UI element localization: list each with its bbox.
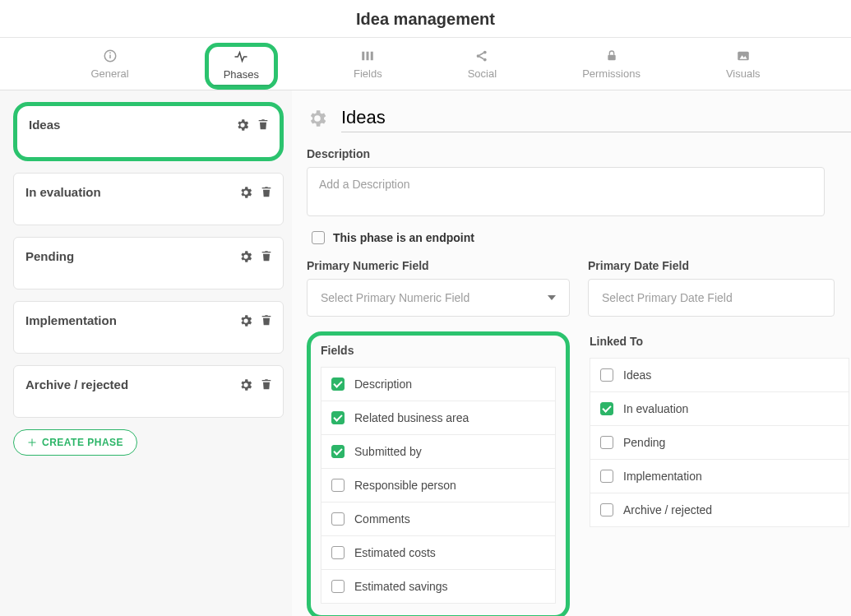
field-item-label: Comments [354, 512, 410, 526]
info-icon [103, 48, 118, 64]
checkbox-icon[interactable] [331, 445, 345, 458]
fields-title: Fields [321, 344, 556, 357]
page-title: Idea management [0, 0, 851, 37]
gear-icon[interactable] [238, 185, 253, 200]
checkbox-icon[interactable] [331, 377, 345, 391]
linked-item-label: In evaluation [623, 402, 688, 415]
linked-item-label: Archive / rejected [623, 503, 712, 516]
phase-card-archive-rejected[interactable]: Archive / rejected [13, 365, 284, 418]
linked-item-row[interactable]: Implementation [590, 460, 849, 493]
share-icon [474, 48, 489, 64]
linked-item-label: Implementation [623, 470, 702, 483]
phase-card-ideas[interactable]: Ideas [13, 102, 284, 161]
linked-item-label: Pending [623, 436, 665, 449]
phase-card-in-evaluation[interactable]: In evaluation [13, 173, 284, 225]
checkbox-icon[interactable] [600, 402, 613, 415]
field-item-label: Responsible person [354, 479, 456, 492]
field-item-label: Submitted by [354, 445, 422, 458]
phase-label: In evaluation [25, 185, 101, 199]
gear-icon[interactable] [238, 377, 253, 392]
plus-icon [27, 438, 37, 447]
primary-numeric-select[interactable]: Select Primary Numeric Field [307, 279, 570, 317]
phases-sidebar: Ideas In evaluation Pe [0, 90, 292, 616]
gear-icon[interactable] [235, 118, 250, 132]
description-label: Description [307, 147, 851, 160]
linked-item-row[interactable]: Pending [590, 426, 849, 460]
primary-date-label: Primary Date Field [588, 259, 835, 272]
field-item-label: Related business area [354, 411, 469, 424]
tab-label: Phases [224, 68, 259, 81]
svg-rect-4 [367, 52, 369, 61]
activity-icon [233, 49, 249, 65]
tab-social[interactable]: Social [458, 43, 506, 90]
field-item-row[interactable]: Description [321, 367, 556, 401]
phase-label: Pending [25, 249, 74, 263]
endpoint-checkbox-row[interactable]: This phase is an endpoint [312, 231, 851, 244]
checkbox-icon[interactable] [331, 546, 345, 559]
checkbox-icon[interactable] [600, 436, 613, 449]
primary-date-select[interactable]: Select Primary Date Field [588, 279, 835, 317]
trash-icon[interactable] [257, 118, 270, 132]
field-item-row[interactable]: Comments [321, 503, 556, 536]
phase-label: Ideas [29, 118, 60, 132]
field-item-row[interactable]: Estimated savings [321, 570, 556, 604]
create-phase-label: CREATE PHASE [42, 437, 123, 448]
select-placeholder: Select Primary Numeric Field [321, 291, 469, 304]
tab-phases[interactable]: Phases [205, 43, 278, 90]
linked-item-row[interactable]: Archive / rejected [590, 493, 849, 527]
phase-name-input[interactable] [341, 104, 851, 132]
trash-icon[interactable] [260, 377, 273, 392]
main-panel: Description Add a Description This phase… [292, 90, 851, 616]
field-item-label: Estimated costs [354, 546, 436, 559]
linked-item-row[interactable]: Ideas [590, 358, 849, 392]
tab-general[interactable]: General [81, 43, 138, 90]
tab-permissions[interactable]: Permissions [572, 43, 650, 90]
checkbox-icon[interactable] [331, 512, 345, 526]
select-placeholder: Select Primary Date Field [602, 291, 733, 304]
field-item-label: Estimated savings [354, 580, 448, 593]
svg-rect-1 [109, 55, 111, 59]
field-item-row[interactable]: Submitted by [321, 435, 556, 469]
field-item-label: Description [354, 377, 412, 391]
linked-title: Linked To [590, 335, 849, 348]
phase-card-pending[interactable]: Pending [13, 237, 284, 289]
gear-icon[interactable] [238, 313, 253, 328]
lock-icon [605, 48, 618, 64]
phase-card-implementation[interactable]: Implementation [13, 301, 284, 354]
create-phase-button[interactable]: CREATE PHASE [13, 429, 137, 456]
tab-label: Fields [354, 67, 382, 80]
field-item-row[interactable]: Estimated costs [321, 536, 556, 570]
checkbox-icon[interactable] [331, 411, 345, 424]
checkbox-icon[interactable] [600, 470, 613, 483]
tab-visuals[interactable]: Visuals [716, 43, 770, 90]
content-area: Ideas In evaluation Pe [0, 90, 851, 616]
checkbox-icon[interactable] [331, 479, 345, 492]
tab-label: General [90, 67, 128, 80]
trash-icon[interactable] [260, 249, 273, 264]
linked-to-panel: Linked To IdeasIn evaluationPendingImple… [588, 335, 851, 616]
linked-item-row[interactable]: In evaluation [590, 392, 849, 426]
primary-numeric-label: Primary Numeric Field [307, 259, 570, 272]
checkbox-icon[interactable] [600, 503, 613, 516]
checkbox-icon[interactable] [331, 580, 345, 593]
endpoint-label: This phase is an endpoint [333, 231, 474, 244]
trash-icon[interactable] [260, 313, 273, 328]
trash-icon[interactable] [260, 185, 273, 200]
phase-label: Implementation [25, 313, 117, 327]
tab-fields[interactable]: Fields [344, 43, 392, 90]
tab-label: Social [468, 67, 497, 80]
gear-icon [307, 108, 328, 129]
checkbox-icon[interactable] [600, 368, 613, 382]
description-input[interactable]: Add a Description [307, 167, 825, 216]
field-item-row[interactable]: Responsible person [321, 469, 556, 503]
linked-item-label: Ideas [623, 368, 651, 382]
svg-line-10 [479, 57, 483, 59]
tab-label: Visuals [726, 67, 761, 80]
gear-icon[interactable] [238, 249, 253, 264]
svg-rect-3 [363, 52, 365, 61]
top-tabs: General Phases Fields Social Permissions… [0, 38, 851, 90]
fields-panel: Fields DescriptionRelated business areaS… [307, 331, 570, 616]
checkbox-icon[interactable] [312, 231, 325, 244]
image-icon [736, 48, 751, 64]
field-item-row[interactable]: Related business area [321, 401, 556, 435]
